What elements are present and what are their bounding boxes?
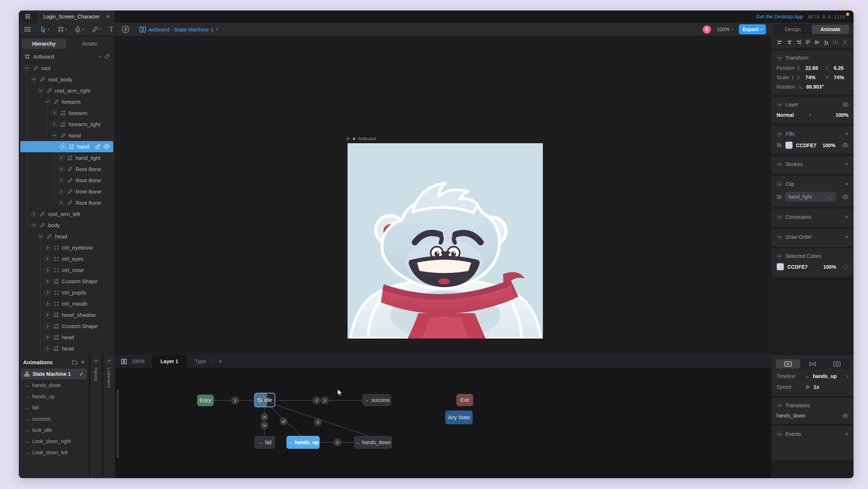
hierarchy-row[interactable]: ctrl_eyebrow [19,242,115,253]
disclosure-chevron-icon[interactable] [51,132,58,139]
file-tab[interactable]: Login_Screen_Character ✕ [37,10,115,23]
transition-chevron-icon[interactable] [333,438,341,446]
disclosure-chevron-icon[interactable] [44,267,51,273]
inputs-strip[interactable]: Inputs [90,355,102,478]
chevron-down-icon[interactable]: ▾ [99,55,101,59]
disclosure-chevron-icon[interactable] [58,166,64,172]
add-layer-icon[interactable]: + [218,358,222,365]
disclosure-chevron-icon[interactable] [58,155,64,161]
target-crosshair-icon[interactable] [843,264,848,269]
feather-actions-icon[interactable] [122,25,129,33]
clip-target-field[interactable]: hand_light [785,192,836,202]
artboard-tree-row[interactable]: Artboard ▾ [19,51,115,63]
target-crosshair-icon[interactable] [827,194,833,200]
folder-icon[interactable] [72,360,77,365]
disclosure-chevron-icon[interactable] [51,110,58,116]
section-chevron-icon[interactable] [776,131,782,137]
visibility-eye-icon[interactable] [103,144,110,149]
hierarchy-row[interactable]: forearm [19,96,115,107]
align-center-horizontal-icon[interactable] [787,39,792,45]
speed-value[interactable]: 1x [813,384,819,390]
visibility-eye-icon[interactable] [842,413,848,418]
design-mode-button[interactable]: Design [774,25,812,34]
section-chevron-icon[interactable] [776,234,782,240]
scale-y-value[interactable]: 74% [834,75,844,80]
state-node-entry[interactable]: Entry [197,395,214,406]
disclosure-chevron-icon[interactable] [44,312,51,318]
pen-tool-button[interactable]: ▾ [75,26,84,33]
menu-hamburger-icon[interactable] [24,27,31,32]
disclosure-chevron-icon[interactable] [44,323,51,329]
transition-chevron-left-icon[interactable] [312,396,320,404]
hierarchy-row[interactable]: Custom Shape [19,320,115,332]
graph-type-label[interactable]: Type [195,358,206,364]
fill-row[interactable]: CCDFE7 100% [771,140,854,150]
link-scale-icon[interactable] [791,75,794,80]
artboard-surface[interactable] [348,143,543,339]
visibility-eye-icon[interactable] [842,143,848,148]
hierarchy-row[interactable]: root_body [19,74,115,85]
export-button[interactable]: Export▾ [739,24,766,34]
section-chevron-icon[interactable] [776,161,782,167]
disclosure-chevron-icon[interactable] [38,88,44,94]
active-artboard-menu[interactable]: Artboard - State Machine 1 ▾ [140,26,218,33]
hierarchy-row[interactable]: head [19,332,115,343]
chevron-down-icon[interactable]: ▾ [809,113,811,117]
disclosure-chevron-icon[interactable] [44,345,51,352]
animation-item[interactable]: → Look_down_right [19,435,89,447]
state-node-idle[interactable]: idle [254,393,275,407]
disclosure-chevron-icon[interactable] [58,177,64,183]
graph-scrollbar[interactable] [116,390,119,458]
hierarchy-row[interactable]: ctrl_mouth [19,298,115,309]
add-fill-icon[interactable]: + [845,130,848,137]
graph-zoom-level[interactable]: 100% [132,358,145,364]
visibility-eye-icon[interactable] [842,195,848,199]
chevron-down-icon[interactable]: ▾ [48,27,50,31]
expand-chevron-icon[interactable] [93,358,99,364]
section-chevron-icon[interactable] [776,403,782,408]
tab-hierarchy[interactable]: Hierarchy [22,39,66,49]
hierarchy-row[interactable]: hand [20,141,113,152]
section-chevron-icon[interactable] [776,181,782,187]
select-tool-button[interactable]: ▾ [41,26,50,33]
hierarchy-row[interactable]: hand [19,130,115,141]
add-event-icon[interactable]: + [845,430,848,438]
zoom-level-dropdown[interactable]: 100%▾ [717,26,733,32]
hierarchy-row[interactable]: Root Bone [19,163,115,175]
disclosure-chevron-icon[interactable] [60,144,66,150]
state-node-fail[interactable]: →fail [254,436,275,449]
transition-return-icon[interactable] [280,417,288,425]
hierarchy-row[interactable]: Root Bone [19,186,115,197]
disclosure-chevron-icon[interactable] [44,278,51,284]
hierarchy-row[interactable]: forearm_light [19,119,115,130]
state-node-exit[interactable]: Exit [456,394,473,406]
hierarchy-row[interactable]: Custom Shape [19,276,115,287]
sliders-icon[interactable] [776,143,782,148]
chevron-down-icon[interactable]: ▾ [65,27,67,31]
transition-chevron-back-icon[interactable] [314,418,322,426]
position-x-value[interactable]: 22.68 [805,65,818,71]
align-center-vertical-icon[interactable] [814,39,820,45]
scale-x-value[interactable]: 74% [805,75,816,80]
hierarchy-row[interactable]: head_shadow [19,309,115,320]
disclosure-chevron-icon[interactable] [58,200,64,206]
animation-item[interactable]: → success [19,413,89,424]
tab-assets[interactable]: Assets [68,39,112,49]
state-node-hands_down[interactable]: →hands_down [354,436,392,449]
distribute-vertical-icon[interactable] [842,39,848,45]
fill-color-hex[interactable]: CCDFE7 [796,143,816,148]
fill-color-swatch[interactable] [785,141,793,149]
play-artboard-icon[interactable] [347,137,350,141]
hierarchy-row[interactable]: head [19,231,115,242]
add-stroke-icon[interactable]: + [845,161,848,168]
transition-chevron-down-icon[interactable] [260,421,268,429]
hierarchy-row[interactable]: Root Bone [19,197,115,208]
add-constraint-icon[interactable]: + [845,213,848,221]
animation-item[interactable]: → hands_down [19,379,89,391]
graph-body[interactable]: Entryidle→successExitAny State→fail→hand… [115,368,771,478]
hierarchy-row[interactable]: head [19,343,115,354]
fill-opacity-value[interactable]: 100% [822,143,835,148]
text-tool-button[interactable]: T [109,25,114,33]
align-top-icon[interactable] [805,39,811,45]
hierarchy-row[interactable]: root_arm_left [19,208,115,220]
